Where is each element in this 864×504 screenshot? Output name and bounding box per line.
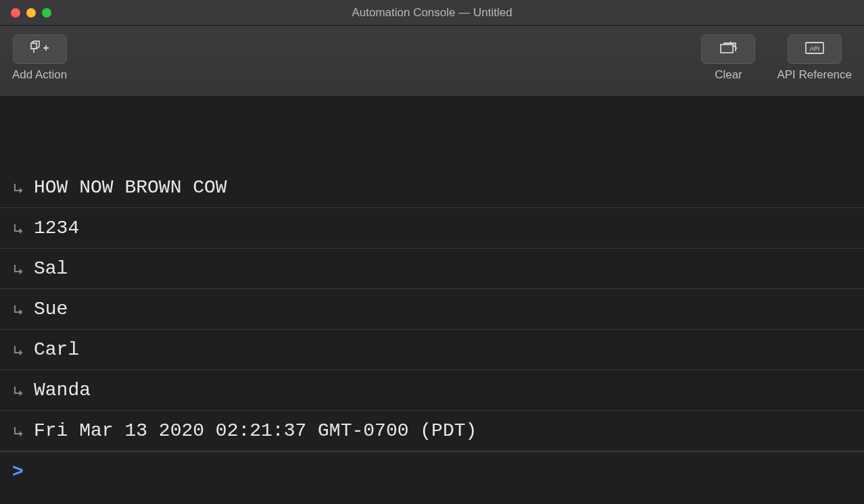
add-action-label: Add Action: [12, 68, 67, 82]
output-return-icon: [12, 425, 24, 437]
console-area: HOW NOW BROWN COW1234SalSueCarlWandaFri …: [0, 97, 864, 504]
window-controls: [0, 8, 51, 18]
console-output-row: Wanda: [0, 370, 864, 411]
console-prompt-row[interactable]: >: [0, 451, 864, 492]
console-output-text: HOW NOW BROWN COW: [34, 177, 227, 198]
add-action-button[interactable]: [13, 34, 67, 64]
minimize-window-button[interactable]: [26, 8, 36, 18]
output-return-icon: [12, 303, 24, 316]
output-return-icon: [12, 344, 24, 356]
console-spacer: [0, 97, 864, 168]
api-reference-label: API Reference: [777, 68, 852, 82]
output-return-icon: [12, 222, 24, 234]
output-return-icon: [12, 384, 24, 397]
output-return-icon: [12, 263, 24, 275]
api-reference-icon: API: [803, 41, 826, 58]
console-output-text: Fri Mar 13 2020 02:21:37 GMT-0700 (PDT): [34, 420, 477, 441]
clear-icon: [717, 41, 740, 58]
console-output-row: Sue: [0, 289, 864, 330]
title-bar: Automation Console — Untitled: [0, 0, 864, 26]
clear-label: Clear: [715, 68, 742, 82]
svg-text:API: API: [809, 45, 819, 52]
clear-button[interactable]: [701, 34, 755, 64]
window-title: Automation Console — Untitled: [352, 6, 512, 20]
console-output-row: Fri Mar 13 2020 02:21:37 GMT-0700 (PDT): [0, 411, 864, 451]
prompt-indicator: >: [12, 461, 24, 482]
add-action-icon: [28, 41, 51, 58]
console-output-text: 1234: [34, 218, 79, 238]
toolbar: Add Action Clear API: [0, 26, 864, 97]
svg-rect-0: [721, 45, 733, 53]
close-window-button[interactable]: [11, 8, 20, 18]
console-output-text: Wanda: [34, 380, 91, 401]
console-output-text: Sal: [34, 258, 68, 279]
api-reference-button[interactable]: API: [788, 34, 842, 64]
console-output-row: Carl: [0, 330, 864, 370]
output-return-icon: [12, 182, 24, 194]
maximize-window-button[interactable]: [42, 8, 51, 18]
console-output-row: HOW NOW BROWN COW: [0, 168, 864, 208]
console-output-text: Sue: [34, 299, 68, 320]
console-output-row: 1234: [0, 208, 864, 249]
console-output-text: Carl: [34, 339, 79, 360]
console-output-list: HOW NOW BROWN COW1234SalSueCarlWandaFri …: [0, 168, 864, 451]
console-input[interactable]: [29, 461, 852, 482]
console-output-row: Sal: [0, 249, 864, 289]
